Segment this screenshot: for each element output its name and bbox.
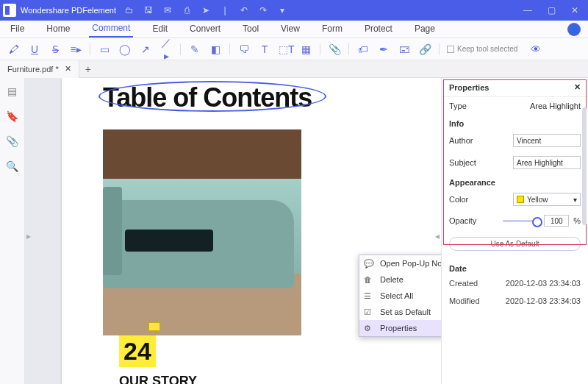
underline-icon[interactable]: U — [28, 43, 41, 55]
menu-convert[interactable]: Convert — [187, 22, 223, 37]
weblink-icon[interactable]: 🔗 — [418, 43, 431, 55]
rectangle-icon[interactable]: ▭ — [98, 43, 111, 55]
eraser-icon[interactable]: ◧ — [209, 43, 222, 55]
left-sidebar: ▤ 🔖 📎 🔍 — [0, 78, 25, 384]
signature-icon[interactable]: ✒ — [377, 43, 390, 55]
slider-track[interactable] — [503, 220, 539, 222]
modified-value: 2020-12-03 23:34:03 — [506, 296, 581, 305]
chevron-left-icon[interactable]: ◂ — [435, 231, 440, 241]
properties-panel: Properties ✕ Type Area Highlight Info Au… — [441, 78, 588, 384]
divider: | — [219, 4, 231, 16]
pdf-page[interactable]: Table of Contents 24 OUR STORYSINCE 1965… — [62, 78, 441, 384]
note-icon: 💬 — [364, 259, 376, 269]
menu-file[interactable]: File — [7, 22, 27, 37]
keep-tool-selected[interactable]: Keep tool selected — [447, 45, 517, 53]
search-panel-icon[interactable]: 🔍 — [6, 160, 18, 172]
bookmarks-icon[interactable]: 🔖 — [6, 110, 18, 122]
redo-icon[interactable]: ↷ — [257, 4, 269, 16]
ctx-properties[interactable]: ⚙Properties — [359, 320, 441, 336]
separator — [90, 43, 90, 55]
context-menu: 💬Open Pop-Up Note 🗑Delete ☰Select All ☑S… — [359, 255, 441, 337]
note-icon[interactable]: 🗨 — [237, 43, 251, 55]
mail-icon[interactable]: ✉ — [162, 4, 173, 16]
menu-view[interactable]: View — [278, 22, 303, 37]
line-icon[interactable]: ／▸ — [159, 37, 173, 62]
minimize-button[interactable]: — — [522, 4, 534, 16]
stamp2-icon[interactable]: 🖃 — [398, 43, 411, 55]
maximize-button[interactable]: ▢ — [545, 4, 557, 16]
textbox-icon[interactable]: T — [258, 43, 271, 55]
close-tab-icon[interactable]: ✕ — [65, 64, 71, 74]
menu-protect[interactable]: Protect — [362, 22, 395, 37]
attachment-icon[interactable]: 📎 — [328, 43, 341, 55]
menu-form[interactable]: Form — [319, 22, 345, 37]
save-icon[interactable]: 🖫 — [143, 4, 154, 16]
canvas[interactable]: ▸ Table of Contents 24 OUR STORYSINCE 19… — [25, 78, 441, 384]
menu-bar: File Home Comment Edit Convert Tool View… — [0, 21, 588, 38]
separator — [229, 43, 230, 55]
dropdown-icon[interactable]: ▾ — [276, 4, 288, 16]
created-row: Created 2020-12-03 23:34:03 — [442, 274, 588, 292]
menu-tool[interactable]: Tool — [240, 22, 262, 37]
menu-comment[interactable]: Comment — [89, 21, 133, 38]
ellipse-annotation[interactable] — [98, 81, 326, 112]
ellipse-icon[interactable]: ◯ — [118, 43, 132, 55]
open-icon[interactable]: 🗀 — [123, 4, 135, 16]
undo-icon[interactable]: ↶ — [238, 4, 250, 16]
gear-icon: ⚙ — [364, 324, 376, 333]
pencil-icon[interactable]: ✎ — [188, 43, 201, 55]
ctx-set-default[interactable]: ☑Set as Default — [359, 304, 441, 320]
close-button[interactable]: ✕ — [569, 4, 581, 16]
arrow-icon[interactable]: ↗ — [139, 43, 152, 55]
app-logo — [3, 4, 16, 17]
user-avatar[interactable]: 👤 — [567, 23, 581, 36]
created-label: Created — [449, 279, 478, 288]
ctx-delete[interactable]: 🗑Delete — [359, 271, 441, 288]
ctx-label: Properties — [380, 324, 417, 333]
sticky-note-icon[interactable] — [148, 322, 160, 331]
separator — [320, 43, 320, 55]
modified-row: Modified 2020-12-03 23:34:03 — [442, 292, 588, 310]
scrollbar[interactable] — [582, 107, 587, 225]
separator — [348, 43, 349, 55]
work-area: ▤ 🔖 📎 🔍 ▸ Table of Contents 24 OUR STORY… — [0, 78, 588, 384]
menu-page[interactable]: Page — [412, 22, 438, 37]
callout-icon[interactable]: ⬚T — [279, 43, 292, 55]
window-controls: — ▢ ✕ — [522, 4, 585, 16]
menu-edit[interactable]: Edit — [149, 22, 171, 37]
stamp-icon[interactable]: 🏷 — [356, 43, 370, 55]
document-tab[interactable]: Furniture.pdf * ✕ — [0, 60, 79, 78]
keep-tool-label: Keep tool selected — [457, 45, 517, 53]
subheading: OUR STORYSINCE 1965 — [119, 374, 266, 384]
area-highlight-annotation[interactable]: 24 — [119, 335, 156, 367]
created-value: 2020-12-03 23:34:03 — [506, 279, 581, 288]
attachments-panel-icon[interactable]: 📎 — [6, 135, 18, 147]
separator — [180, 43, 181, 55]
chevron-right-icon[interactable]: ▸ — [26, 231, 31, 241]
date-section: Date — [442, 260, 588, 274]
app-title: Wondershare PDFelement — [21, 6, 116, 15]
check-icon: ☑ — [364, 307, 376, 317]
article-column: 24 OUR STORYSINCE 1965 At the right Vanc… — [119, 335, 266, 384]
highlighter-icon[interactable]: 🖍 — [7, 43, 21, 55]
page-title: Table of Contents — [103, 82, 441, 113]
quick-access-toolbar: 🗀 🖫 ✉ ⎙ ➤ | ↶ ↷ ▾ — [123, 4, 288, 16]
add-tab-button[interactable]: + — [79, 63, 97, 75]
menu-home[interactable]: Home — [43, 22, 73, 37]
trash-icon: 🗑 — [364, 275, 376, 284]
print-icon[interactable]: ⎙ — [181, 4, 193, 16]
title-bar: Wondershare PDFelement 🗀 🖫 ✉ ⎙ ➤ | ↶ ↷ ▾… — [0, 0, 588, 21]
checkbox-icon[interactable] — [447, 46, 454, 53]
thumbnails-icon[interactable]: ▤ — [7, 85, 17, 97]
modified-label: Modified — [449, 296, 480, 305]
comment-toolbar: 🖍 U S̶ ≡▸ ▭ ◯ ↗ ／▸ ✎ ◧ 🗨 T ⬚T ▦ 📎 🏷 ✒ 🖃 … — [0, 38, 588, 60]
ctx-select-all[interactable]: ☰Select All — [359, 288, 441, 304]
sofa-graphic — [103, 200, 294, 288]
document-tab-bar: Furniture.pdf * ✕ + — [0, 60, 588, 78]
list-icon[interactable]: ≡▸ — [69, 43, 82, 55]
area-highlight-icon[interactable]: ▦ — [299, 43, 312, 55]
share-icon[interactable]: ➤ — [200, 4, 212, 16]
hide-annotations-icon[interactable]: 👁 — [529, 43, 542, 55]
strikethrough-icon[interactable]: S̶ — [49, 43, 62, 55]
ctx-open-popup-note[interactable]: 💬Open Pop-Up Note — [359, 255, 441, 271]
